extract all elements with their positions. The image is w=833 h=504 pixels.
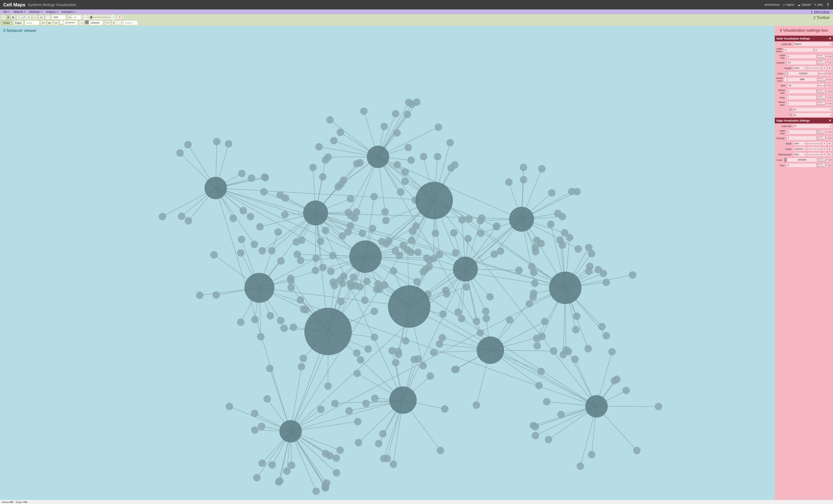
- zoom-in-button[interactable]: ＋: [111, 15, 116, 20]
- stroke-color-swatch[interactable]: [85, 20, 89, 24]
- eye-off-icon[interactable]: 👁: [823, 152, 827, 157]
- close-icon[interactable]: ✕: [829, 119, 831, 122]
- trash-icon[interactable]: 🗑: [828, 142, 832, 146]
- link-button[interactable]: 🔗: [21, 15, 27, 20]
- node-area-input[interactable]: [787, 95, 816, 100]
- trash-icon[interactable]: 🗑: [828, 66, 832, 70]
- edge-head-select[interactable]: undirecte▾: [793, 147, 806, 151]
- node-label-size-attr[interactable]: Select attribute: [817, 54, 825, 59]
- tab-edges[interactable]: Edges: [13, 20, 24, 25]
- trash-icon[interactable]: 🗑: [829, 71, 832, 76]
- zoom-thumb[interactable]: [91, 16, 92, 19]
- node-stroke-area-attr[interactable]: Select attribute: [817, 101, 825, 106]
- edge-label-size-input[interactable]: [787, 130, 816, 134]
- node-name-input[interactable]: [25, 20, 39, 25]
- jobs-link[interactable]: ✎ jobs: [814, 3, 823, 6]
- node-stroke-color-swatch[interactable]: [784, 77, 787, 82]
- logout-link[interactable]: ↦ logout: [783, 3, 794, 6]
- eye-off-icon[interactable]: 👁: [826, 101, 829, 106]
- upload-link[interactable]: ☁ Upload: [798, 3, 811, 6]
- zoom-track[interactable]: [88, 17, 110, 18]
- node-label-offset-x[interactable]: [784, 48, 813, 52]
- tab-nodes[interactable]: Nodes: [1, 20, 12, 25]
- trash-icon[interactable]: 🗑: [828, 147, 832, 151]
- node-stroke-size-input[interactable]: [787, 89, 816, 94]
- node-size-attr[interactable]: degree: [818, 83, 825, 88]
- edge-label-attr-select[interactable]: Id▾: [793, 124, 832, 128]
- menu-network[interactable]: Network▼: [11, 10, 27, 14]
- edge-color-swatch[interactable]: [784, 158, 787, 162]
- edge-bidir-attr[interactable]: Select attribute: [807, 152, 822, 157]
- share-button[interactable]: <▾: [32, 15, 37, 20]
- copy-button[interactable]: 📄: [45, 15, 50, 20]
- eye-off-icon[interactable]: 👁: [826, 136, 829, 140]
- node-opacity-input[interactable]: [787, 60, 816, 65]
- trash-icon[interactable]: 🗑: [829, 83, 832, 88]
- node-label-size-input[interactable]: [787, 54, 816, 59]
- eye-icon[interactable]: 👁: [826, 71, 829, 76]
- edge-color-input[interactable]: [787, 158, 817, 162]
- node-shape-select[interactable]: circle▾: [793, 66, 806, 70]
- trash-icon[interactable]: 🗑: [829, 130, 832, 134]
- trash-icon[interactable]: 🗑: [829, 60, 832, 65]
- fill-color-input[interactable]: [63, 20, 78, 25]
- node-shape-attr[interactable]: Select attribute: [807, 66, 822, 70]
- eye-off-icon[interactable]: 👁: [826, 60, 829, 65]
- node-color-swatch[interactable]: [785, 71, 787, 76]
- eye-off-icon[interactable]: 👁: [823, 66, 827, 70]
- edge-shaft-select[interactable]: solid▾: [793, 142, 806, 146]
- stroke-style-button[interactable]: ○▾: [79, 20, 84, 25]
- eye-off-icon[interactable]: 👁: [826, 77, 829, 82]
- eye-off-icon[interactable]: 👁: [826, 163, 829, 168]
- shape-circle-button[interactable]: ●▾: [54, 20, 58, 25]
- trash-icon[interactable]: 🗑: [829, 101, 832, 106]
- network-svg[interactable]: [0, 26, 775, 500]
- node-stroke-area-input[interactable]: [787, 101, 816, 106]
- eye-off-icon[interactable]: 👁: [826, 54, 829, 59]
- help-toolbar-button[interactable]: ❓: [117, 15, 122, 20]
- node-y-select[interactable]: Id▾: [793, 113, 832, 117]
- node-color-input[interactable]: [788, 71, 818, 76]
- trash-icon[interactable]: 🗑: [829, 89, 832, 94]
- stroke-color-input[interactable]: [89, 20, 103, 25]
- node-stroke-color-attr[interactable]: Select attribute: [818, 77, 825, 82]
- trash-icon[interactable]: 🗑: [829, 136, 832, 140]
- add-node-button[interactable]: ＋: [17, 15, 21, 20]
- node-opacity-attr[interactable]: Select attribute: [817, 60, 825, 65]
- node-label-attr-select[interactable]: Degree▾: [793, 42, 832, 46]
- move-tool-button[interactable]: ✥: [6, 15, 10, 20]
- help-icon[interactable]: ❔: [826, 3, 830, 6]
- edge-opacity-input[interactable]: [787, 136, 816, 140]
- trash-icon[interactable]: 🗑: [829, 163, 832, 168]
- search-input[interactable]: [123, 20, 138, 25]
- edge-head-attr[interactable]: Select attribute: [807, 147, 822, 151]
- zoom-out-button[interactable]: −: [83, 15, 88, 20]
- contrast-button[interactable]: ◐▾: [47, 20, 53, 25]
- edge-color-attr[interactable]: Select attribute: [818, 158, 825, 162]
- network-viewer[interactable]: 3 Network viewer: [0, 26, 775, 500]
- text-size-button[interactable]: T↕▾: [104, 20, 110, 25]
- trash-icon[interactable]: 🗑: [829, 54, 832, 59]
- edge-shaft-attr[interactable]: Select attribute: [807, 142, 822, 146]
- pointer-tool-button[interactable]: ↖: [1, 15, 6, 20]
- node-area-attr[interactable]: Select attribute: [817, 95, 825, 100]
- eye-off-icon[interactable]: 👁: [826, 130, 829, 134]
- node-label-offset-y[interactable]: [814, 48, 833, 52]
- zoom-slider[interactable]: − ＋: [83, 15, 116, 20]
- eye-off-icon[interactable]: 👁: [823, 147, 827, 151]
- shape-star-button[interactable]: ★▾: [41, 20, 46, 25]
- eye-icon[interactable]: 👁: [825, 83, 828, 88]
- edge-size-attr[interactable]: Select attribute: [817, 163, 825, 168]
- menu-analysis[interactable]: Analysis▼: [44, 10, 60, 14]
- image-tool-button[interactable]: 🖼: [10, 15, 16, 20]
- menu-examples[interactable]: Examples▼: [60, 10, 77, 14]
- node-stroke-size-attr[interactable]: Select attribute: [817, 89, 825, 94]
- trash-icon[interactable]: 🗑: [829, 77, 832, 82]
- target-button[interactable]: ◎▾: [39, 15, 44, 20]
- bg-color-input[interactable]: [51, 15, 66, 20]
- fill-color-swatch[interactable]: [60, 20, 63, 24]
- edge-bidir-select[interactable]: false▾: [793, 152, 806, 157]
- eye-off-icon[interactable]: 👁: [826, 95, 829, 100]
- trash-icon[interactable]: 🗑: [829, 158, 832, 162]
- node-size-input[interactable]: [787, 83, 817, 88]
